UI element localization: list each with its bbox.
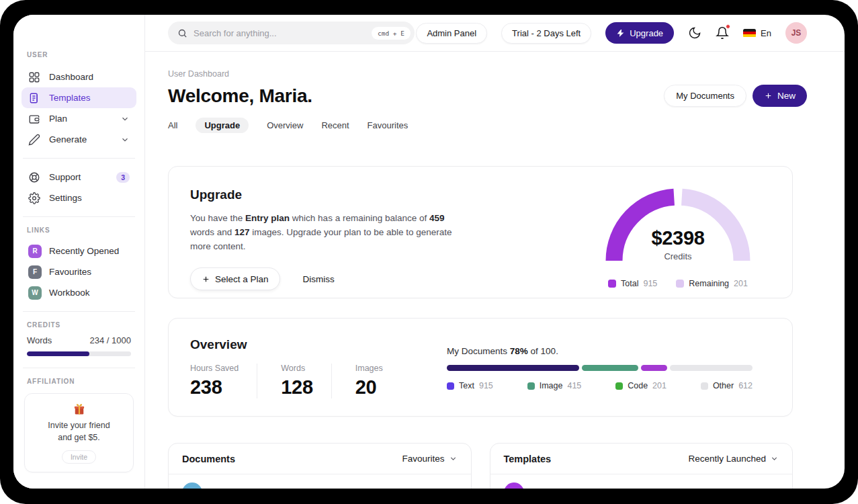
sidebar-item-support[interactable]: Support 3 [22, 167, 136, 187]
search-icon [177, 28, 187, 38]
documents-filter-dropdown[interactable]: Favourites [402, 454, 457, 464]
documents-progress-chart: My Documents 78% of 100. Text [447, 346, 753, 397]
overview-card-title: Overview [190, 337, 401, 352]
german-flag-icon [743, 29, 756, 38]
invite-button[interactable]: Invite [62, 450, 96, 464]
overview-card: Overview Hours Saved 238 Words 128 Image… [168, 318, 793, 417]
tab-upgrade[interactable]: Upgrade [196, 118, 249, 133]
tab-bar: All Upgrade Overview Recent Favourites [168, 118, 807, 133]
template-row[interactable]: Blog Post Title in Workbook [490, 474, 793, 489]
documents-panel: Documents Favourites Untitled Document i… [168, 443, 472, 489]
upgrade-button-label: Upgrade [630, 28, 663, 38]
templates-icon [28, 92, 40, 104]
affiliation-card: Invite your friend and get $5. Invite [24, 393, 134, 472]
sidebar-divider [23, 216, 135, 217]
sidebar-item-label: Dashboard [49, 72, 93, 82]
bar-segment-other [670, 365, 753, 371]
sidebar-link-recently-opened[interactable]: R Recently Opened [22, 241, 136, 261]
templates-panel-title: Templates [504, 454, 552, 464]
credits-label: Words [27, 335, 52, 345]
tab-all[interactable]: All [168, 118, 177, 133]
tab-favourites[interactable]: Favourites [368, 118, 409, 133]
legend-swatch [676, 280, 684, 288]
trial-status-button[interactable]: Trial - 2 Days Left [501, 23, 591, 44]
document-row[interactable]: Untitled Document in Workbook [169, 474, 471, 489]
language-label: En [761, 28, 771, 38]
bolt-icon [616, 29, 625, 38]
sidebar-item-plan[interactable]: Plan [22, 108, 136, 129]
sidebar-nav: Dashboard Templates Plan [22, 67, 136, 150]
upgrade-button[interactable]: Upgrade [605, 22, 674, 44]
user-avatar[interactable]: JS [785, 22, 807, 44]
select-plan-label: Select a Plan [215, 274, 269, 284]
sidebar-divider [23, 368, 135, 368]
template-location: in Workbook [730, 488, 779, 489]
sidebar-section-user: USER [27, 51, 136, 58]
sidebar-link-workbook[interactable]: W Workbook [22, 282, 136, 303]
breadcrumb: User Dashboard [168, 69, 807, 79]
link-initial-badge: R [28, 245, 42, 258]
notification-dot [726, 24, 730, 29]
sidebar-item-label: Settings [49, 193, 82, 203]
admin-panel-button[interactable]: Admin Panel [416, 23, 487, 44]
templates-filter-dropdown[interactable]: Recently Launched [688, 454, 779, 464]
plus-icon [764, 91, 773, 100]
upgrade-card-body: You have the Entry plan which has a rema… [190, 211, 467, 253]
sidebar-link-label: Favourites [49, 267, 91, 277]
bar-segment-code [641, 365, 667, 371]
sidebar-divider [23, 311, 135, 312]
dark-mode-toggle[interactable] [688, 26, 701, 40]
document-location: in Workbook [409, 488, 457, 489]
sidebar-item-templates[interactable]: Templates [22, 87, 136, 108]
affiliation-text-line2: and get $5. [32, 432, 126, 444]
legend-item-total: Total 915 [608, 279, 657, 288]
chevron-down-icon [770, 454, 779, 463]
app-window: USER Dashboard Templates Plan [13, 15, 845, 489]
stacked-progress-bar [447, 365, 753, 371]
legend-item-text: Text 915 [447, 381, 493, 390]
tab-overview[interactable]: Overview [267, 118, 303, 133]
legend-item-image: Image 415 [527, 381, 582, 390]
progress-legend: Text 915 Image 415 Code 201 [447, 381, 753, 390]
bar-segment-image [582, 365, 638, 371]
sidebar-link-label: Recently Opened [49, 246, 119, 256]
credits-progress-track [27, 351, 131, 356]
stats-row: Hours Saved 238 Words 128 Images 20 [190, 364, 401, 398]
support-count-badge: 3 [116, 172, 130, 183]
document-title: Untitled Document [212, 487, 289, 489]
notifications-button[interactable] [716, 26, 729, 40]
search-shortcut-badge: cmd + E [372, 27, 411, 40]
search-bar[interactable]: cmd + E [168, 22, 415, 44]
stat-images: Images 20 [331, 364, 401, 398]
template-title: Blog Post Title [533, 487, 594, 489]
tab-recent[interactable]: Recent [321, 118, 349, 133]
upgrade-card: Upgrade You have the Entry plan which ha… [168, 166, 793, 298]
my-documents-button[interactable]: My Documents [664, 85, 746, 107]
credits-gauge-chart: $2398 Credits Total 915 Remaining [603, 187, 753, 288]
sidebar-section-affiliation: AFFILIATION [27, 378, 136, 385]
new-button-label: New [777, 91, 796, 101]
sidebar-item-generate[interactable]: Generate [22, 129, 136, 150]
sidebar-section-links: LINKS [27, 226, 136, 234]
legend-swatch [608, 280, 616, 288]
search-input[interactable] [194, 28, 372, 38]
sidebar-item-dashboard[interactable]: Dashboard [22, 67, 136, 87]
link-initial-badge: W [28, 286, 42, 300]
sidebar-link-favourites[interactable]: F Favourites [22, 261, 136, 282]
new-button[interactable]: New [753, 85, 807, 107]
stat-hours-saved: Hours Saved 238 [190, 364, 257, 398]
topbar: cmd + E Admin Panel Trial - 2 Days Left … [145, 15, 845, 52]
sidebar-item-label: Templates [49, 93, 91, 103]
language-selector[interactable]: En [743, 28, 771, 38]
sidebar-item-settings[interactable]: Settings [22, 187, 136, 208]
dismiss-button[interactable]: Dismiss [303, 274, 335, 284]
sidebar: USER Dashboard Templates Plan [13, 15, 145, 489]
sidebar-section-credits: CREDITS [27, 321, 136, 329]
sidebar-links: R Recently Opened F Favourites W Workboo… [22, 241, 136, 303]
sidebar-nav-secondary: Support 3 Settings [22, 167, 136, 208]
gift-icon [73, 403, 86, 416]
affiliation-text-line1: Invite your friend [32, 420, 126, 432]
select-plan-button[interactable]: Select a Plan [190, 267, 280, 290]
gauge-center-value: $2398 [603, 227, 753, 249]
document-avatar [182, 482, 202, 489]
